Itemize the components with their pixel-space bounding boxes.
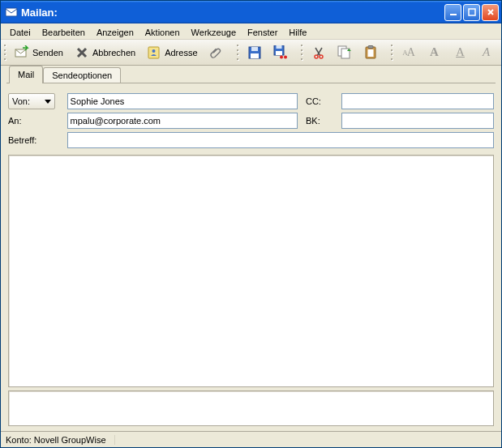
message-body[interactable] bbox=[8, 155, 494, 387]
toolbar-grip bbox=[301, 44, 302, 62]
floppy-icon bbox=[247, 45, 262, 60]
menu-bar: Datei Bearbeiten Anzeigen Aktionen Werkz… bbox=[1, 23, 501, 40]
svg-point-9 bbox=[152, 49, 156, 53]
bold-icon: A bbox=[427, 45, 442, 60]
tab-sendeoptionen-label: Sendeoptionen bbox=[52, 70, 112, 80]
svg-point-16 bbox=[280, 55, 283, 58]
svg-rect-14 bbox=[276, 45, 281, 49]
send-button[interactable]: Senden bbox=[10, 42, 68, 63]
send-icon bbox=[15, 45, 29, 60]
menu-fenster[interactable]: Fenster bbox=[242, 26, 283, 39]
save-extra-button[interactable] bbox=[268, 42, 293, 63]
window-title: Mailan: bbox=[21, 6, 444, 19]
save-button[interactable] bbox=[242, 42, 267, 63]
to-field[interactable] bbox=[67, 113, 298, 129]
address-button[interactable]: Adresse bbox=[142, 42, 202, 63]
svg-rect-11 bbox=[251, 47, 258, 51]
clipboard-icon bbox=[363, 45, 378, 60]
menu-werkzeuge[interactable]: Werkzeuge bbox=[186, 26, 242, 39]
toolbar-grip bbox=[4, 44, 6, 62]
paperclip-icon bbox=[209, 45, 224, 60]
svg-rect-1 bbox=[450, 14, 457, 15]
paste-button[interactable] bbox=[358, 42, 383, 63]
menu-hilfe[interactable]: Hilfe bbox=[283, 26, 312, 39]
bk-label: BK: bbox=[306, 116, 320, 126]
cut-button[interactable] bbox=[307, 42, 331, 63]
menu-bearbeiten[interactable]: Bearbeiten bbox=[36, 26, 91, 39]
svg-rect-12 bbox=[251, 53, 259, 58]
menu-anzeigen[interactable]: Anzeigen bbox=[91, 26, 139, 39]
chevron-down-icon bbox=[45, 100, 51, 104]
italic-icon: A bbox=[479, 45, 494, 60]
header-form: Von: CC: An: BK: Betreff: bbox=[1, 83, 501, 155]
from-label: Von: bbox=[12, 96, 30, 106]
cc-label: CC: bbox=[306, 96, 321, 106]
address-book-icon bbox=[147, 45, 161, 60]
font-size-icon: AA bbox=[401, 45, 416, 60]
from-dropdown[interactable]: Von: bbox=[8, 93, 55, 109]
svg-point-20 bbox=[315, 55, 318, 58]
floppy-dots-icon bbox=[273, 45, 288, 60]
status-account: Konto: Novell GroupWise bbox=[6, 435, 115, 445]
svg-point-17 bbox=[284, 55, 287, 58]
minimize-button[interactable] bbox=[444, 4, 461, 21]
menu-datei[interactable]: Datei bbox=[4, 26, 36, 39]
svg-rect-26 bbox=[367, 49, 373, 57]
underline-icon: A bbox=[453, 45, 468, 60]
svg-rect-15 bbox=[276, 51, 282, 55]
from-field[interactable] bbox=[67, 93, 298, 109]
attachment-area[interactable] bbox=[8, 390, 494, 426]
bk-field[interactable] bbox=[341, 113, 494, 129]
subject-label: Betreff: bbox=[8, 135, 36, 145]
cancel-label: Abbrechen bbox=[92, 48, 135, 58]
tab-mail[interactable]: Mail bbox=[9, 66, 43, 83]
toolbar: Senden Abbrechen Adresse bbox=[1, 40, 501, 66]
cancel-button[interactable]: Abbrechen bbox=[70, 42, 140, 63]
copy-button[interactable] bbox=[333, 42, 357, 63]
bold-button[interactable]: A bbox=[423, 42, 447, 63]
svg-rect-25 bbox=[368, 46, 373, 49]
to-label: An: bbox=[8, 116, 22, 126]
subject-field[interactable] bbox=[67, 132, 494, 148]
attach-button[interactable] bbox=[204, 42, 229, 63]
menu-aktionen[interactable]: Aktionen bbox=[139, 26, 186, 39]
toolbar-grip bbox=[391, 44, 393, 62]
tab-sendeoptionen[interactable]: Sendeoptionen bbox=[43, 67, 121, 83]
copy-icon bbox=[337, 45, 352, 60]
titlebar: Mailan: bbox=[1, 1, 501, 23]
italic-button[interactable]: A bbox=[474, 42, 499, 63]
cc-field[interactable] bbox=[341, 93, 494, 109]
app-icon bbox=[5, 6, 18, 19]
scissors-icon bbox=[311, 45, 326, 60]
font-size-button[interactable]: AA bbox=[397, 42, 421, 63]
svg-point-21 bbox=[320, 55, 323, 58]
toolbar-grip bbox=[237, 44, 238, 62]
tab-strip: MailSendeoptionen bbox=[1, 66, 501, 83]
address-label: Adresse bbox=[165, 48, 197, 58]
tab-mail-label: Mail bbox=[18, 70, 34, 79]
status-bar: Konto: Novell GroupWise bbox=[1, 431, 501, 447]
maximize-button[interactable] bbox=[463, 4, 480, 21]
compose-window: Mailan: Datei Bearbeiten Anzeigen Aktion… bbox=[0, 0, 502, 448]
svg-rect-2 bbox=[469, 9, 475, 15]
cancel-icon bbox=[75, 45, 89, 60]
send-label: Senden bbox=[32, 48, 63, 58]
close-button[interactable] bbox=[482, 4, 499, 21]
svg-rect-0 bbox=[6, 8, 17, 16]
underline-button[interactable]: A bbox=[448, 42, 473, 63]
